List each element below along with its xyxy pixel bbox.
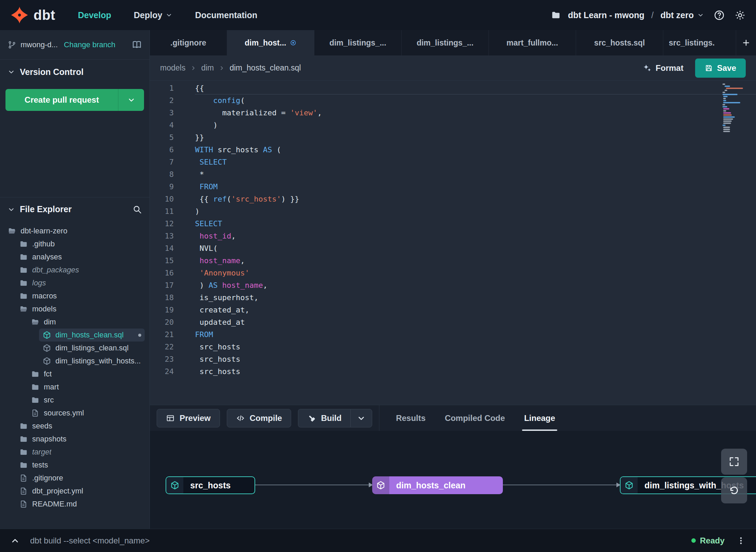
build-button[interactable]: Build xyxy=(298,409,350,427)
tree-item-snapshots[interactable]: snapshots xyxy=(0,433,149,446)
tab-dim-host[interactable]: dim_host... xyxy=(227,30,314,55)
nav-develop[interactable]: Develop xyxy=(78,0,111,30)
tree-item-dbt-project-yml[interactable]: dbt_project.yml xyxy=(0,485,149,498)
project-name[interactable]: dbt Learn - mwong xyxy=(568,10,644,20)
code-line[interactable]: host_id, xyxy=(195,230,756,242)
preview-button[interactable]: Preview xyxy=(157,409,220,427)
chevron-up-icon[interactable] xyxy=(10,536,20,545)
tree-item-analyses[interactable]: analyses xyxy=(0,251,149,264)
tab-src-listings[interactable]: src_listings. xyxy=(663,30,736,55)
minimap-line xyxy=(722,84,725,85)
code-line[interactable]: ) xyxy=(195,205,756,218)
tree-item-dbt-learn-zero[interactable]: dbt-learn-zero xyxy=(0,224,149,238)
model-icon xyxy=(42,331,51,339)
search-icon[interactable] xyxy=(132,205,142,214)
code-line[interactable]: ) xyxy=(195,119,756,131)
lineage-node-src-hosts[interactable]: src_hosts xyxy=(166,476,255,494)
tree-row-box: src xyxy=(27,394,145,407)
code-line[interactable]: updated_at xyxy=(195,316,756,329)
line-number: 10 xyxy=(150,193,174,205)
settings-gear-icon[interactable] xyxy=(734,10,746,21)
file-explorer-header[interactable]: File Explorer xyxy=(0,197,149,221)
tree-item-models[interactable]: models xyxy=(0,303,149,316)
tree-item-seeds[interactable]: seeds xyxy=(0,420,149,433)
build-options-button[interactable] xyxy=(350,409,372,427)
code-line[interactable]: }} xyxy=(195,131,756,144)
code-line[interactable]: SELECT xyxy=(195,218,756,230)
new-tab-button[interactable] xyxy=(736,30,756,55)
tree-item-gitignore[interactable]: .gitignore xyxy=(0,472,149,485)
dbt-logo[interactable]: dbt xyxy=(10,6,55,24)
tab-results[interactable]: Results xyxy=(396,405,426,431)
code-line[interactable]: src_hosts xyxy=(195,341,756,353)
breadcrumb-models[interactable]: models xyxy=(160,63,185,73)
tree-item-target[interactable]: target xyxy=(0,446,149,459)
tree-item-dim-hosts-clean-sql[interactable]: dim_hosts_clean.sql xyxy=(0,329,149,342)
lineage-node-label: dim_hosts_clean xyxy=(389,480,472,490)
help-icon[interactable] xyxy=(714,10,725,21)
code-line[interactable]: SELECT xyxy=(195,156,756,168)
tree-item-dbt-packages[interactable]: dbt_packages xyxy=(0,264,149,277)
code-line[interactable]: WITH src_hosts AS ( xyxy=(195,144,756,156)
command-input[interactable]: dbt build --select <model_name> xyxy=(30,536,150,545)
tree-row-box: dim_hosts_clean.sql xyxy=(39,329,145,342)
nav-documentation[interactable]: Documentation xyxy=(195,0,257,30)
code-line[interactable]: src_hosts xyxy=(195,365,756,378)
code-editor[interactable]: 123456789101112131415161718192021222324 … xyxy=(150,81,756,405)
tree-item-sources-yml[interactable]: sources.yml xyxy=(0,407,149,420)
tab-dim-listings[interactable]: dim_listings_... xyxy=(314,30,402,55)
code-line[interactable]: FROM xyxy=(195,181,756,193)
code-line[interactable]: 'Anonymous' xyxy=(195,267,756,279)
change-branch-link[interactable]: Change branch xyxy=(64,40,115,49)
compile-button[interactable]: Compile xyxy=(227,409,291,427)
lineage-node-dim-hosts-clean[interactable]: dim_hosts_clean xyxy=(372,476,503,494)
tree-row-box: models xyxy=(16,303,145,316)
kebab-menu-icon[interactable] xyxy=(736,536,746,545)
code-line[interactable]: FROM xyxy=(195,329,756,341)
line-number: 12 xyxy=(150,218,174,230)
refresh-lineage-button[interactable] xyxy=(721,477,747,503)
code-line[interactable]: {{ xyxy=(195,82,756,94)
code-line[interactable]: is_superhost, xyxy=(195,292,756,304)
tree-item-mart[interactable]: mart xyxy=(0,381,149,394)
docs-book-icon[interactable] xyxy=(132,40,142,50)
tree-item-macros[interactable]: macros xyxy=(0,290,149,303)
tab-lineage[interactable]: Lineage xyxy=(524,405,555,431)
code-line[interactable]: host_name, xyxy=(195,255,756,267)
breadcrumb-dim[interactable]: dim xyxy=(201,63,214,73)
tree-item-readme-md[interactable]: README.md xyxy=(0,498,149,511)
code-line[interactable]: materialized = 'view', xyxy=(195,107,756,119)
code-line[interactable]: NVL( xyxy=(195,242,756,255)
tab-compiled-code[interactable]: Compiled Code xyxy=(445,405,505,431)
tree-item-tests[interactable]: tests xyxy=(0,459,149,472)
tree-item-dim-listings-clean-sql[interactable]: dim_listings_clean.sql xyxy=(0,342,149,355)
code-line[interactable]: ) AS host_name, xyxy=(195,279,756,292)
create-pull-request-button[interactable]: Create pull request xyxy=(5,89,118,111)
pull-request-options-button[interactable] xyxy=(118,89,144,111)
tree-item-dim-listings-with-hosts[interactable]: dim_listings_with_hosts... xyxy=(0,355,149,368)
code-line[interactable]: created_at, xyxy=(195,304,756,316)
tree-item-dim[interactable]: dim xyxy=(0,316,149,329)
tree-item-logs[interactable]: logs xyxy=(0,277,149,290)
version-control-header[interactable]: Version Control xyxy=(0,60,149,84)
code-line[interactable]: * xyxy=(195,168,756,181)
tree-item-src[interactable]: src xyxy=(0,394,149,407)
code-line[interactable]: {{ ref('src_hosts') }} xyxy=(195,193,756,205)
environment-selector[interactable]: dbt zero xyxy=(661,10,704,20)
tab-gitignore[interactable]: .gitignore xyxy=(150,30,227,55)
git-branch-icon xyxy=(8,40,16,49)
format-button[interactable]: Format xyxy=(643,63,683,73)
tree-item-github[interactable]: .github xyxy=(0,238,149,251)
minimap[interactable] xyxy=(722,84,746,133)
code-line[interactable]: config( xyxy=(195,94,756,107)
lineage-canvas[interactable]: src_hostsdim_hosts_cleandim_listings_wit… xyxy=(150,431,756,529)
nav-deploy[interactable]: Deploy xyxy=(134,0,172,30)
save-button[interactable]: Save xyxy=(695,59,746,78)
code-area[interactable]: {{ config( materialized = 'view', )}}WIT… xyxy=(183,82,756,405)
tab-dim-listings[interactable]: dim_listings_... xyxy=(402,30,489,55)
fullscreen-button[interactable] xyxy=(721,449,747,475)
tree-item-fct[interactable]: fct xyxy=(0,368,149,381)
tab-mart-fullmo[interactable]: mart_fullmo... xyxy=(489,30,576,55)
tab-src-hosts-sql[interactable]: src_hosts.sql xyxy=(576,30,663,55)
code-line[interactable]: src_hosts xyxy=(195,353,756,365)
